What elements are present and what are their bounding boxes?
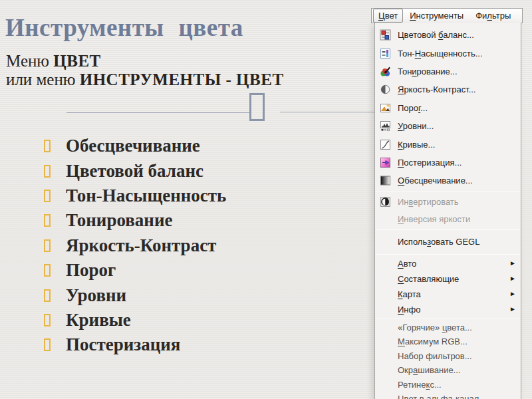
bullet-glyph-icon (44, 314, 51, 327)
icon-spacer (380, 393, 391, 399)
menu-item-brightness-contrast[interactable]: Яркость-Контраст... (375, 80, 521, 98)
bullet-text: Уровни (66, 285, 126, 306)
bullet-text: Порог (66, 260, 116, 281)
menu-item-map[interactable]: Карта► (375, 287, 521, 302)
list-item: Кривые (44, 308, 226, 332)
menu-item-label: Инвертировать (398, 197, 459, 207)
menu-separator (376, 229, 520, 230)
bullet-glyph-icon (44, 289, 51, 302)
posterize-icon (380, 157, 391, 168)
menu-item-threshold[interactable]: Порог... (375, 99, 521, 117)
subtitle-bold: ЦВЕТ (53, 52, 100, 70)
submenu-arrow-icon: ► (509, 275, 516, 282)
menubar-item-color[interactable]: Цвет (373, 9, 403, 23)
bullet-text: Кривые (66, 310, 131, 331)
menu-section: ИнвертироватьИнверсия яркости (375, 194, 521, 228)
curves-icon (380, 139, 391, 150)
bullet-text: Тонирование (66, 210, 172, 231)
icon-spacer (380, 364, 391, 376)
menu-item-max-rgb[interactable]: Максимум RGB... (375, 334, 521, 349)
icon-spacer (380, 379, 391, 390)
subtitle-regular: Меню (6, 52, 53, 70)
menu-item-label: Порог... (398, 103, 428, 113)
icon-spacer (380, 336, 391, 347)
menu-item-label: Карта (398, 289, 421, 299)
bullet-glyph-icon (44, 140, 51, 152)
menu-item-auto[interactable]: Авто► (375, 256, 521, 271)
menu-item-colorize[interactable]: Тонирование... (375, 63, 521, 80)
menu-item-colorify[interactable]: Окрашивание... (375, 363, 521, 378)
list-item: Уровни (44, 283, 226, 307)
menu-item-label: Инверсия яркости (398, 214, 470, 224)
menu-item-color-balance[interactable]: Цветовой баланс... (375, 26, 521, 44)
menu-item-label: Яркость-Контраст... (398, 84, 476, 94)
bullet-text: Цветовой баланс (66, 161, 203, 182)
menu-item-label: Ретинекс... (398, 380, 442, 390)
menu-item-desaturate[interactable]: Обесцвечивание... (375, 172, 521, 190)
bullet-text: Постеризация (66, 334, 180, 355)
icon-spacer (380, 273, 391, 285)
menu-item-posterize[interactable]: Постеризация... (375, 154, 521, 172)
list-item: Обесцвечивание (44, 134, 226, 158)
icon-spacer (380, 322, 391, 333)
subtitle-line-1: Меню ЦВЕТ (6, 52, 101, 70)
list-item: Порог (44, 258, 226, 283)
bullet-glyph-icon (44, 264, 51, 277)
submenu-arrow-icon: ► (509, 291, 516, 297)
menu-item-color-to-alpha[interactable]: Цвет в альфа-канал... (375, 392, 521, 399)
menu-item-label: Окрашивание... (398, 365, 460, 375)
menu-item-label: Набор фильтров... (398, 351, 472, 361)
menu-item-label: Уровни... (398, 121, 434, 131)
list-item: Тонирование (44, 208, 226, 233)
menubar: ЦветИнструментыФильтры (371, 8, 523, 23)
menu-item-invert[interactable]: Инвертировать (375, 194, 521, 211)
hue-saturation-icon (380, 48, 391, 59)
color-balance-icon (380, 29, 391, 41)
menu-item-filter-pack[interactable]: Набор фильтров... (375, 349, 521, 364)
menu-item-value-invert[interactable]: Инверсия яркости (375, 211, 521, 228)
divider-line-right (280, 112, 374, 112)
menu-item-components[interactable]: Составляющие► (375, 271, 521, 287)
icon-spacer (380, 304, 391, 315)
icon-spacer (380, 258, 391, 269)
list-item: Тон-Насыщенность (44, 184, 226, 208)
threshold-icon (380, 102, 391, 114)
icon-spacer (380, 236, 391, 247)
page-title: Инструменты цвета (5, 13, 243, 42)
menu-item-label: Тонирование... (398, 66, 458, 76)
subtitle-bold: ИНСТРУМЕНТЫ - ЦВЕТ (80, 70, 284, 88)
levels-icon (380, 120, 391, 132)
menu-item-label: Цветовой баланс... (398, 30, 474, 40)
menu-item-label: Инфо (398, 305, 420, 315)
desaturate-icon (380, 175, 391, 186)
menubar-item-tools[interactable]: Инструменты (404, 9, 469, 23)
bullet-glyph-icon (44, 165, 51, 178)
menu-item-label: Использовать GEGL (398, 237, 479, 247)
menu-section: Авто►Составляющие►Карта►Инфо► (375, 256, 521, 317)
menubar-item-filters[interactable]: Фильтры (470, 9, 516, 23)
submenu-arrow-icon: ► (509, 260, 516, 267)
menu-section: Цветовой баланс...Тон-Насыщенность...Тон… (375, 26, 521, 190)
menu-item-info[interactable]: Инфо► (375, 302, 521, 317)
list-item: Яркость-Контраст (44, 233, 226, 258)
menu-item-label: Авто (398, 259, 416, 269)
menu-item-label: Постеризация... (398, 158, 462, 168)
menu-separator (376, 192, 520, 192)
menu-item-label: Обесцвечивание... (398, 176, 473, 186)
menu-separator (376, 319, 520, 319)
menu-item-levels[interactable]: Уровни... (375, 117, 521, 135)
bullet-glyph-icon (44, 190, 51, 202)
menu-item-hot-colors[interactable]: «Горячие» цвета... (375, 321, 521, 335)
menu-item-curves[interactable]: Кривые... (375, 135, 521, 153)
bullet-list: ОбесцвечиваниеЦветовой балансТон-Насыщен… (44, 134, 226, 358)
menu-separator (376, 254, 520, 255)
menu-item-label: Максимум RGB... (398, 336, 467, 346)
icon-spacer (380, 350, 391, 362)
menu-item-hue-saturation[interactable]: Тон-Насыщенность... (375, 44, 521, 62)
menu-item-retinex[interactable]: Ретинекс... (375, 378, 521, 392)
bullet-glyph-icon (44, 338, 51, 351)
menu-item-label: Цвет в альфа-канал... (398, 394, 486, 399)
subtitle-line-2: или меню ИНСТРУМЕНТЫ - ЦВЕТ (6, 70, 284, 89)
menu-item-use-gegl[interactable]: Использовать GEGL (375, 231, 521, 253)
subtitle-regular: или меню (6, 70, 80, 88)
